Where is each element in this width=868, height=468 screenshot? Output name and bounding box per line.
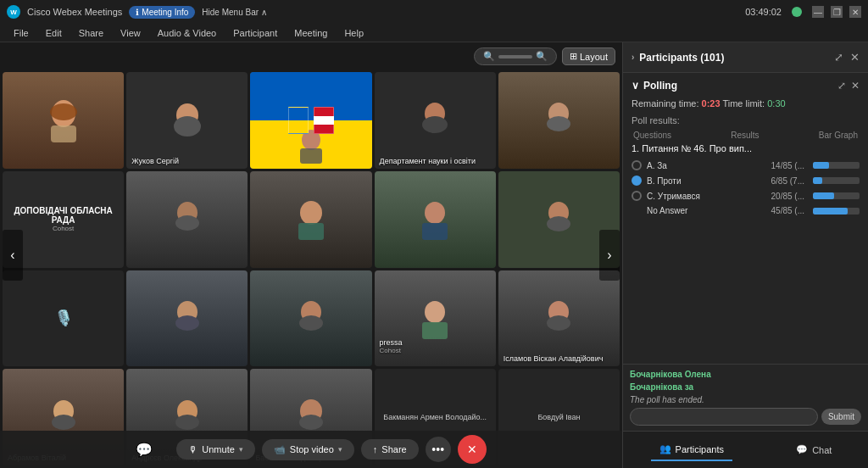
chat-message-2: Бочарнікова за (630, 382, 861, 392)
poll-bar-a (813, 162, 860, 169)
menu-bar: File Edit Share View Audio & Video Parti… (0, 24, 868, 42)
menu-edit[interactable]: Edit (39, 26, 69, 40)
end-call-button[interactable]: ✕ (458, 435, 487, 464)
share-button[interactable]: ↑ Share (361, 439, 419, 460)
menu-meeting[interactable]: Meeting (287, 26, 334, 40)
camera-icon: 📹 (274, 444, 286, 455)
search-icon: 🔍 (483, 51, 495, 62)
polling-close-button[interactable]: ✕ (851, 80, 860, 92)
video-cell-15: Ісламов Віскан Алавдійович (498, 270, 620, 367)
poll-bar-fill-no-answer (813, 208, 848, 214)
hide-menu-label: Hide Menu Bar (202, 8, 259, 17)
top-toolbar: 🔍 🔍 ⊞ Layout (474, 47, 615, 65)
polling-chevron-icon: ∨ (632, 80, 639, 92)
time-limit-label: Time limit: (722, 98, 765, 109)
menu-share[interactable]: Share (72, 26, 110, 40)
svg-point-23 (425, 301, 445, 323)
person-avatar-14 (414, 295, 456, 342)
svg-rect-6 (300, 148, 322, 164)
participants-popout-button[interactable]: ⤢ (834, 51, 843, 64)
remaining-time-label: Remaining time: (632, 98, 698, 109)
hide-menu-button[interactable]: Hide Menu Bar ∧ (202, 8, 266, 17)
poll-results-label: Poll results: (632, 115, 860, 125)
participants-nav-button[interactable]: 👥 Participants (651, 438, 732, 461)
svg-point-18 (547, 216, 570, 231)
video-label-20: Бовдуй Іван (534, 410, 583, 425)
layout-button[interactable]: ⊞ Layout (562, 47, 615, 65)
video-cell-2: Жуков Сергій (126, 72, 248, 169)
video-cell-13 (250, 270, 371, 367)
chat-nav-label: Chat (812, 445, 832, 455)
svg-point-28 (52, 415, 75, 430)
unmute-button[interactable]: 🎙 Unmute ▾ (176, 439, 255, 460)
poll-question-number: 1. (632, 143, 639, 153)
video-cell-4: Департамент науки і освіти (375, 72, 496, 169)
person-avatar-5 (537, 97, 580, 143)
video-cell-7 (126, 171, 248, 268)
share-icon: ↑ (373, 444, 378, 454)
info-icon: ℹ (136, 8, 139, 17)
chat-nav-button[interactable]: 💬 Chat (787, 439, 840, 460)
stop-video-button[interactable]: 📹 Stop video ▾ (262, 439, 354, 460)
menu-help[interactable]: Help (337, 26, 370, 40)
nav-arrow-left[interactable]: ‹ (3, 230, 23, 281)
col-bargraph: Bar Graph (819, 131, 858, 140)
layout-icon: ⊞ (570, 51, 577, 62)
menu-view[interactable]: View (114, 26, 147, 40)
maximize-button[interactable]: ❐ (831, 6, 843, 18)
poll-no-answer-count: 45/85 (... (771, 206, 804, 215)
right-panel: › Participants (101) ⤢ ✕ ∨ Polling ⤢ ✕ (622, 42, 868, 468)
video-cell-1 (3, 72, 124, 169)
minimize-button[interactable]: — (812, 6, 824, 18)
poll-radio-c (632, 191, 642, 201)
menu-audio-video[interactable]: Audio & Video (151, 26, 224, 40)
close-button[interactable]: ✕ (849, 6, 861, 18)
video-cell-11: 🎙️ (3, 270, 124, 367)
poll-bar-c (813, 192, 860, 199)
participants-nav-label: Participants (676, 444, 724, 454)
polling-title-text: Polling (643, 80, 677, 92)
mic-icon-11: 🎙️ (54, 309, 73, 327)
menu-participant[interactable]: Participant (226, 26, 284, 40)
polling-title: ∨ Polling (632, 80, 677, 92)
chat-icon-left: 💬 (136, 442, 153, 458)
person-avatar-7 (166, 196, 209, 242)
person-avatar-9 (414, 196, 456, 242)
chat-nav-icon: 💬 (796, 444, 808, 455)
title-bar-right: 03:49:02 — ❐ ✕ (745, 6, 861, 18)
poll-option-b: B. Проти 6/85 (7... (632, 176, 860, 186)
person-avatar-1 (42, 97, 85, 143)
poll-question-title: 1. Питання № 46. Про вип... (632, 143, 860, 153)
video-label-pressa: pressa Cohost (380, 338, 403, 354)
chat-input[interactable] (630, 408, 818, 426)
svg-point-20 (175, 315, 199, 331)
video-label-4: Департамент науки і освіти (380, 157, 476, 165)
poll-bar-b (813, 177, 860, 184)
poll-option-text-b: B. Проти (647, 176, 766, 186)
menu-file[interactable]: File (7, 26, 36, 40)
app-name: Cisco Webex Meetings (27, 7, 122, 17)
person-avatar-8 (290, 196, 332, 242)
title-bar-left: W Cisco Webex Meetings ℹ Meeting Info Hi… (7, 5, 267, 19)
status-indicator (792, 7, 802, 17)
person-avatar-4 (414, 97, 456, 143)
pressa-cohost: Cohost (380, 347, 403, 354)
participants-nav-icon: 👥 (659, 443, 671, 454)
meeting-info-button[interactable]: ℹ Meeting Info (129, 6, 195, 19)
nav-arrow-right[interactable]: › (599, 230, 620, 281)
svg-rect-16 (422, 223, 448, 240)
svg-point-30 (175, 415, 199, 430)
svg-rect-2 (51, 125, 76, 142)
svg-point-32 (299, 415, 323, 430)
end-call-icon: ✕ (467, 443, 477, 456)
video-cell-9 (375, 171, 496, 268)
polling-popout-button[interactable]: ⤢ (837, 80, 846, 92)
person-avatar-12 (166, 295, 209, 342)
video-label-2: Жуков Сергій (131, 157, 179, 165)
svg-point-1 (50, 103, 77, 120)
chat-sender-2: Бочарнікова за (630, 382, 693, 392)
chat-submit-button[interactable]: Submit (821, 409, 861, 425)
svg-point-4 (174, 116, 201, 136)
participants-close-button[interactable]: ✕ (850, 51, 860, 64)
more-options-button[interactable]: ••• (426, 437, 451, 462)
